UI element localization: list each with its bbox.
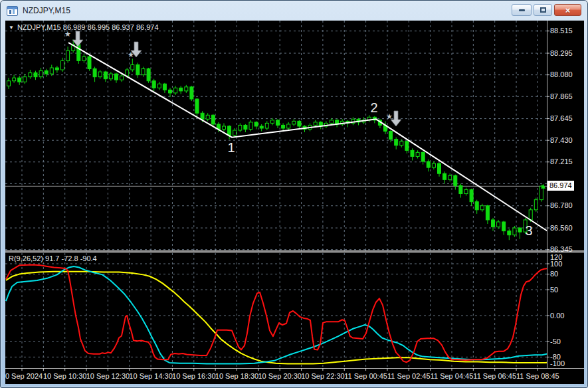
indicator-header: R(9,26,52) 91.7 -72.8 -90.4: [9, 254, 97, 262]
time-axis-label: 10 Sep 12:30: [86, 372, 130, 381]
chart-header-ohlc: 86.989 86.995 86.937 86.974: [63, 23, 159, 31]
chart-plot-area[interactable]: ★★★123: [5, 21, 584, 384]
price-axis-label: 88.515: [550, 27, 573, 35]
time-axis-label: 11 Sep 08:45: [516, 372, 559, 381]
signal-star-icon: ★: [386, 112, 393, 121]
minimize-icon: [519, 9, 525, 11]
price-axis-label: 87.430: [550, 136, 573, 145]
wave-number-label: 3: [525, 223, 532, 238]
sell-arrow-icon: [72, 31, 83, 47]
time-axis-label: 11 Sep 02:45: [387, 372, 431, 381]
price-axis-label: 88.295: [550, 49, 573, 58]
restore-button[interactable]: [534, 4, 552, 16]
time-axis-label: 11 Sep 00:45: [344, 372, 387, 381]
time-axis-label: 10 Sep 14:30: [129, 372, 172, 381]
indicator-axis-label: -50: [550, 338, 561, 346]
time-axis-label: 10 Sep 2024: [5, 372, 43, 381]
minimize-button[interactable]: [512, 4, 532, 16]
candles-layer: [7, 40, 543, 241]
indicator-axis-label: -100: [550, 359, 565, 368]
wave-number-label: 1: [227, 140, 235, 155]
cyan-line: [6, 266, 552, 364]
symbol-dropdown-icon[interactable]: ▼: [9, 25, 14, 31]
time-axis-label: 10 Sep 22:30: [301, 372, 344, 381]
indicator-axis-label: 100: [550, 260, 562, 268]
price-axis-label: 86.560: [550, 224, 573, 233]
price-axis-label: 87.645: [550, 114, 573, 123]
price-axis-label: 87.215: [550, 157, 573, 166]
time-axis-label: 10 Sep 16:30: [172, 372, 215, 381]
time-axis-label: 11 Sep 04:45: [431, 372, 474, 381]
price-axis-label: 88.080: [550, 70, 573, 79]
time-axis-label: 10 Sep 10:30: [43, 372, 86, 381]
restore-icon: [540, 7, 546, 13]
candlestick-chart-icon: [7, 6, 18, 16]
price-axis-label: 86.780: [550, 201, 573, 210]
indicator-axis-label: 80: [550, 270, 558, 278]
close-button[interactable]: ×: [554, 4, 581, 16]
wave-number-label: 2: [370, 100, 377, 115]
red-line: [6, 265, 552, 363]
chart-header: ▼NZDJPY,M15 86.989 86.995 86.937 86.974: [9, 23, 159, 31]
indicator-axis-label: 0.00: [550, 312, 564, 320]
frame-layer: [5, 21, 584, 371]
price-axis-label: 87.865: [550, 92, 573, 101]
mt4-chart-window: NZDJPY,M15 × ★★★123 ▼NZDJPY,M15 86.989 8…: [0, 0, 588, 388]
indicator-axis-label: 50: [550, 286, 558, 294]
time-axis-label: 10 Sep 18:30: [215, 372, 258, 381]
window-controls: ×: [512, 4, 581, 16]
time-axis-label: 10 Sep 20:30: [258, 372, 301, 381]
indicator-values: 91.7 -72.8 -90.4: [45, 254, 97, 262]
indicator-pane: [6, 265, 552, 364]
yellow-line: [6, 272, 552, 364]
close-icon: ×: [565, 6, 571, 15]
chart-header-symbol: NZDJPY,M15: [17, 23, 61, 31]
chart-client-area: ★★★123 ▼NZDJPY,M15 86.989 86.995 86.937 …: [5, 21, 584, 384]
title-bar[interactable]: NZDJPY,M15 ×: [1, 1, 587, 21]
signal-star-icon: ★: [128, 50, 134, 59]
main-pane: ★★★123: [5, 30, 553, 240]
window-title: NZDJPY,M15: [23, 6, 70, 15]
indicator-name: R(9,26,52): [9, 254, 43, 262]
time-axis-label: 11 Sep 06:45: [473, 372, 516, 381]
current-price-tag: 86.974: [547, 181, 574, 191]
